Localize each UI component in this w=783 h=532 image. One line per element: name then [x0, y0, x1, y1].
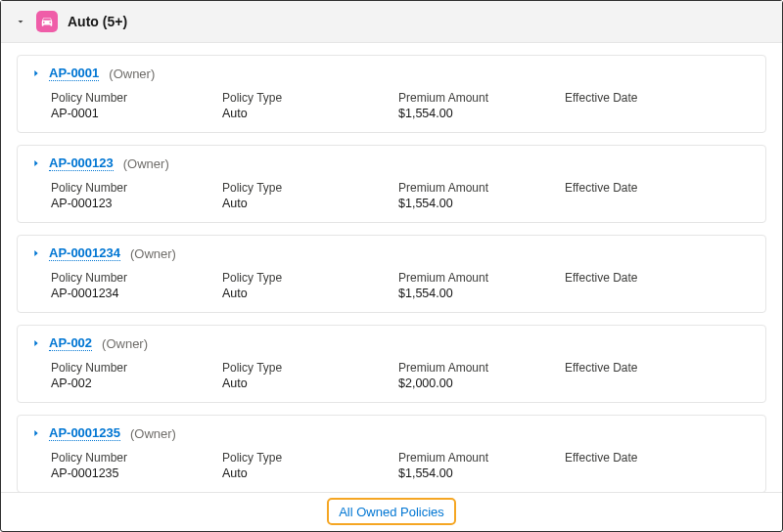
field-premium-amount: Premium Amount $1,554.00: [398, 271, 565, 300]
owner-label: (Owner): [102, 336, 148, 351]
field-label: Policy Type: [222, 451, 398, 465]
field-value: AP-000123: [51, 197, 222, 210]
field-premium-amount: Premium Amount $1,554.00: [398, 91, 565, 120]
owner-label: (Owner): [109, 66, 155, 81]
field-label: Policy Type: [222, 361, 398, 375]
field-label: Policy Number: [51, 181, 222, 195]
field-label: Policy Type: [222, 271, 398, 285]
policy-id-link[interactable]: AP-000123: [49, 155, 114, 171]
field-effective-date: Effective Date: [565, 451, 752, 480]
field-value: $1,554.00: [398, 197, 565, 210]
field-policy-type: Policy Type Auto: [222, 271, 398, 300]
chevron-right-icon[interactable]: [31, 428, 41, 438]
field-value: AP-0001234: [51, 287, 222, 300]
field-policy-number: Policy Number AP-0001234: [51, 271, 222, 300]
field-policy-number: Policy Number AP-0001: [51, 91, 222, 120]
policy-card-header: AP-000123 (Owner): [31, 155, 752, 171]
field-value: AP-0001: [51, 107, 222, 120]
field-value: AP-002: [51, 377, 222, 390]
policy-card: AP-0001235 (Owner) Policy Number AP-0001…: [17, 415, 766, 492]
field-premium-amount: Premium Amount $1,554.00: [398, 451, 565, 480]
policy-card-header: AP-0001235 (Owner): [31, 425, 752, 441]
field-policy-type: Policy Type Auto: [222, 451, 398, 480]
policy-id-link[interactable]: AP-0001234: [49, 245, 120, 261]
field-value: Auto: [222, 377, 398, 390]
chevron-down-icon[interactable]: [15, 16, 26, 27]
field-effective-date: Effective Date: [565, 181, 752, 210]
section-header: Auto (5+): [1, 1, 782, 43]
field-value: AP-0001235: [51, 466, 222, 480]
field-label: Policy Type: [222, 91, 398, 105]
field-value: Auto: [222, 466, 398, 480]
field-policy-number: Policy Number AP-002: [51, 361, 222, 390]
chevron-right-icon[interactable]: [31, 338, 41, 348]
field-label: Policy Number: [51, 451, 222, 465]
field-label: Policy Number: [51, 91, 222, 105]
all-owned-policies-highlight: All Owned Policies: [327, 498, 456, 525]
field-label: Policy Number: [51, 271, 222, 285]
field-policy-number: Policy Number AP-0001235: [51, 451, 222, 480]
field-label: Premium Amount: [398, 91, 565, 105]
field-effective-date: Effective Date: [565, 91, 752, 120]
field-value: $2,000.00: [398, 377, 565, 390]
field-label: Premium Amount: [398, 271, 565, 285]
owner-label: (Owner): [130, 246, 176, 261]
field-label: Premium Amount: [398, 361, 565, 375]
policy-id-link[interactable]: AP-0001235: [49, 425, 120, 441]
policy-list: AP-0001 (Owner) Policy Number AP-0001 Po…: [1, 43, 782, 492]
field-value: Auto: [222, 287, 398, 300]
policy-card-header: AP-0001 (Owner): [31, 66, 752, 81]
policy-card: AP-0001234 (Owner) Policy Number AP-0001…: [17, 235, 766, 313]
policy-card: AP-000123 (Owner) Policy Number AP-00012…: [17, 145, 766, 223]
policy-fields: Policy Number AP-000123 Policy Type Auto…: [31, 181, 752, 210]
policy-fields: Policy Number AP-0001234 Policy Type Aut…: [31, 271, 752, 300]
owner-label: (Owner): [130, 426, 176, 441]
field-policy-type: Policy Type Auto: [222, 91, 398, 120]
policy-id-link[interactable]: AP-002: [49, 335, 92, 351]
field-label: Effective Date: [565, 271, 752, 285]
policy-fields: Policy Number AP-0001235 Policy Type Aut…: [31, 451, 752, 480]
chevron-right-icon[interactable]: [31, 158, 41, 168]
policy-fields: Policy Number AP-002 Policy Type Auto Pr…: [31, 361, 752, 390]
field-policy-number: Policy Number AP-000123: [51, 181, 222, 210]
field-value: $1,554.00: [398, 466, 565, 480]
field-label: Policy Number: [51, 361, 222, 375]
policy-card: AP-0001 (Owner) Policy Number AP-0001 Po…: [17, 55, 766, 133]
field-label: Effective Date: [565, 181, 752, 195]
policy-id-link[interactable]: AP-0001: [49, 66, 99, 81]
all-owned-policies-link[interactable]: All Owned Policies: [339, 505, 444, 519]
policy-card: AP-002 (Owner) Policy Number AP-002 Poli…: [17, 325, 766, 403]
chevron-right-icon[interactable]: [31, 248, 41, 258]
field-value: $1,554.00: [398, 107, 565, 120]
field-value: Auto: [222, 107, 398, 120]
field-policy-type: Policy Type Auto: [222, 361, 398, 390]
owner-label: (Owner): [123, 156, 169, 171]
chevron-right-icon[interactable]: [31, 68, 41, 78]
field-effective-date: Effective Date: [565, 271, 752, 300]
field-premium-amount: Premium Amount $2,000.00: [398, 361, 565, 390]
policy-card-header: AP-0001234 (Owner): [31, 245, 752, 261]
field-value: Auto: [222, 197, 398, 210]
list-footer: All Owned Policies: [1, 492, 782, 531]
field-label: Effective Date: [565, 451, 752, 465]
policy-card-header: AP-002 (Owner): [31, 335, 752, 351]
section-title: Auto (5+): [68, 14, 127, 29]
field-label: Premium Amount: [398, 451, 565, 465]
field-label: Premium Amount: [398, 181, 565, 195]
car-icon: [36, 11, 58, 32]
field-label: Effective Date: [565, 361, 752, 375]
policy-fields: Policy Number AP-0001 Policy Type Auto P…: [31, 91, 752, 120]
field-effective-date: Effective Date: [565, 361, 752, 390]
field-value: $1,554.00: [398, 287, 565, 300]
field-label: Policy Type: [222, 181, 398, 195]
field-premium-amount: Premium Amount $1,554.00: [398, 181, 565, 210]
field-policy-type: Policy Type Auto: [222, 181, 398, 210]
field-label: Effective Date: [565, 91, 752, 105]
